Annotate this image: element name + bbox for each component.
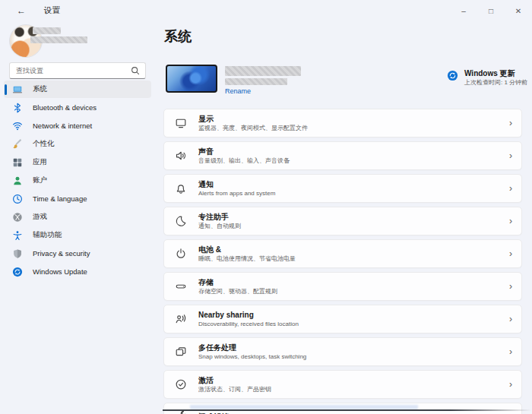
update-status: 上次检查时间: 1 分钟前 — [464, 78, 527, 87]
sidebar-nav: 系统 Bluetooth & devices Network & interne… — [4, 81, 151, 281]
sidebar: 系统 Bluetooth & devices Network & interne… — [0, 21, 156, 414]
chevron-right-icon: › — [509, 314, 512, 324]
windows-update-status[interactable]: Windows 更新 上次检查时间: 1 分钟前 — [447, 68, 527, 87]
setting-row-sound[interactable]: 声音 音量级别、输出、输入、声音设备 › — [163, 141, 522, 170]
rename-link[interactable]: Rename — [225, 87, 251, 95]
account-email-redacted — [30, 36, 87, 43]
setting-row-storage[interactable]: 存储 存储空间、驱动器、配置规则 › — [163, 272, 522, 301]
time-language-icon — [12, 194, 23, 204]
activation-icon — [175, 378, 187, 390]
search-icon[interactable] — [130, 65, 141, 76]
back-icon[interactable]: ← — [17, 5, 26, 16]
sound-icon — [175, 150, 187, 162]
chevron-right-icon: › — [509, 216, 512, 226]
titlebar: ← 设置 – □ ✕ — [0, 0, 532, 21]
sidebar-item-apps[interactable]: 应用 — [4, 153, 151, 171]
multitasking-icon — [175, 346, 187, 358]
chevron-right-icon: › — [509, 119, 512, 128]
sidebar-item-network-internet[interactable]: Network & internet — [4, 117, 151, 134]
page-title: 系统 — [164, 27, 192, 46]
storage-icon — [175, 280, 187, 292]
chevron-right-icon: › — [509, 380, 512, 389]
minimize-button[interactable]: – — [450, 0, 477, 21]
sidebar-item-accessibility[interactable]: 辅助功能 — [4, 226, 151, 244]
main-content: 系统 Rename Windows 更新 上次检查时间: 1 分钟前 显示 监视… — [156, 21, 532, 414]
sidebar-item-system[interactable]: 系统 — [4, 81, 151, 98]
device-name-redacted — [225, 66, 301, 76]
setting-row-focus-assist[interactable]: 专注助手 通知、自动规则 › — [163, 207, 522, 235]
focus-assist-icon — [175, 215, 187, 227]
accounts-icon — [12, 175, 23, 186]
chevron-right-icon: › — [509, 282, 512, 291]
setting-row-notifications[interactable]: 通知 Alerts from apps and system › — [163, 174, 522, 203]
power-battery-icon — [175, 248, 187, 260]
settings-window: ← 设置 – □ ✕ 系统 Bluetooth & devices Networ… — [0, 0, 532, 414]
sidebar-item-gaming[interactable]: 游戏 — [4, 208, 151, 226]
apps-icon — [12, 157, 23, 168]
sidebar-item-windows-update[interactable]: Windows Update — [4, 263, 151, 280]
accessibility-icon — [12, 230, 23, 241]
bluetooth-icon — [12, 103, 23, 113]
windows-update-icon — [12, 267, 23, 277]
sidebar-item-accounts[interactable]: 账户 — [4, 172, 151, 189]
app-title: 设置 — [44, 5, 60, 16]
troubleshoot-icon — [175, 411, 187, 414]
device-model-redacted — [225, 78, 287, 85]
notifications-icon — [175, 182, 187, 194]
device-thumbnail — [166, 65, 217, 93]
setting-row-nearby-sharing[interactable]: Nearby sharing Discoverability, received… — [163, 305, 522, 333]
update-title: Windows 更新 — [464, 68, 527, 78]
settings-search — [9, 62, 146, 79]
nearby-sharing-icon — [175, 313, 187, 325]
screenshot-artifact-line — [163, 409, 532, 411]
chevron-right-icon: › — [509, 249, 512, 258]
device-wallpaper — [167, 66, 216, 91]
sidebar-item-privacy-security[interactable]: Privacy & security — [4, 245, 151, 262]
system-icon — [12, 84, 23, 95]
setting-row-multitasking[interactable]: 多任务处理 Snap windows, desktops, task switc… — [163, 337, 522, 366]
search-input[interactable] — [10, 67, 130, 74]
maximize-button[interactable]: □ — [477, 0, 505, 21]
personalization-icon — [12, 139, 23, 150]
setting-row-activation[interactable]: 激活 激活状态、订阅、产品密钥 › — [163, 370, 522, 399]
window-controls: – □ ✕ — [450, 0, 532, 21]
setting-row-power-battery[interactable]: 电池 & 睡眠、电池使用情况、节省电池电量 › — [163, 239, 522, 268]
sidebar-item-bluetooth-devices[interactable]: Bluetooth & devices — [4, 99, 151, 116]
sidebar-item-time-language[interactable]: Time & language — [4, 190, 151, 207]
close-button[interactable]: ✕ — [505, 0, 532, 21]
setting-row-display[interactable]: 显示 监视器、亮度、夜间模式、显示配置文件 › — [163, 109, 522, 137]
gaming-icon — [12, 212, 23, 223]
network-icon — [12, 121, 23, 131]
chevron-right-icon: › — [509, 151, 512, 160]
chevron-right-icon: › — [509, 347, 512, 356]
windows-update-icon — [447, 68, 458, 81]
sidebar-item-personalization[interactable]: 个性化 — [4, 135, 151, 153]
chevron-right-icon: › — [509, 184, 512, 193]
display-icon — [175, 117, 187, 129]
privacy-icon — [12, 248, 23, 259]
settings-list: 显示 监视器、亮度、夜间模式、显示配置文件 › 声音 音量级别、输出、输入、声音… — [163, 109, 522, 414]
account-name-redacted — [33, 27, 61, 34]
